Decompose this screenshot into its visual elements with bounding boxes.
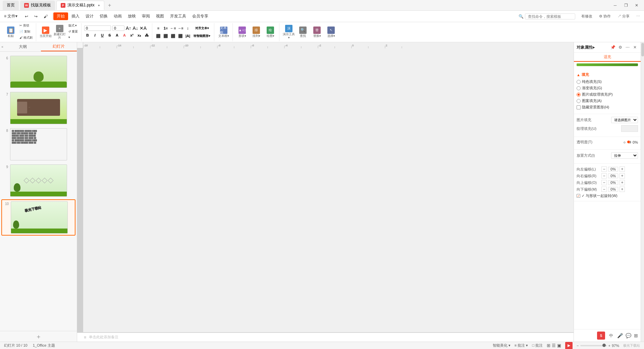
menu-design[interactable]: 设计 — [83, 12, 96, 20]
number-list-button[interactable]: 1≡ — [162, 25, 169, 32]
panel-collapse-button[interactable]: « — [0, 42, 5, 51]
placement-select[interactable]: 拉伸 — [611, 152, 638, 159]
zoom-in-button[interactable]: + — [608, 344, 610, 348]
format-painter[interactable]: 🖌 — [41, 13, 50, 20]
tab-home[interactable]: 首页 — [3, 1, 19, 10]
shape-select[interactable]: ⁂ — [143, 32, 150, 39]
text-direction-button[interactable]: 转智能图形▾ — [192, 33, 212, 39]
radio-gradient[interactable] — [577, 86, 581, 90]
radio-pattern[interactable] — [577, 99, 581, 103]
col-spacing-button[interactable]: |A| — [184, 33, 191, 39]
play-button[interactable]: ▶ 当页开始 — [39, 24, 52, 40]
indent-right-button[interactable]: →≡ — [177, 25, 184, 32]
format-painter-button[interactable]: 🖌 格式刷 — [18, 36, 34, 41]
transparency-thumb[interactable] — [627, 140, 630, 144]
shadow-button[interactable]: A — [114, 32, 120, 39]
tab-outline[interactable]: 大纲 — [5, 42, 41, 51]
input-icon[interactable]: 中 — [608, 332, 614, 339]
menu-vip[interactable]: 会员专享 — [190, 12, 211, 20]
bold-button[interactable]: B — [84, 32, 91, 39]
texture-preview[interactable] — [621, 125, 638, 132]
view-grid-icon[interactable]: ▣ — [557, 343, 561, 348]
hide-bg-checkbox[interactable] — [577, 105, 581, 109]
grid-icon[interactable]: ⊞ — [634, 333, 638, 338]
hide-bg-option[interactable]: 隐藏背景图形(H) — [577, 105, 638, 110]
restore-button[interactable]: ❐ — [621, 2, 631, 9]
section-button[interactable]: ▾ — [67, 36, 79, 41]
fill-tab[interactable]: 适充 — [574, 53, 641, 62]
menu-slideshow[interactable]: 放映 — [125, 12, 139, 20]
tab-document[interactable]: P 演示文稿1.pptx ● — [56, 1, 104, 10]
annotation-button[interactable]: ≡ 批注 ▾ — [515, 343, 528, 348]
comment-button[interactable]: □ 批注 — [532, 343, 543, 348]
menu-file[interactable]: ≡ 文件▾ — [1, 12, 20, 20]
option-solid[interactable]: 纯色填充(S) — [577, 79, 638, 84]
align-text-dropdown[interactable]: 对齐文本▾ — [192, 25, 212, 32]
mic-icon[interactable]: 🎤 — [617, 333, 623, 338]
slide-item-6[interactable]: 6 ··· ··· — [1, 54, 75, 89]
image-fill-select[interactable]: 请选择图片 — [611, 117, 638, 123]
panel-pin-icon[interactable]: 📌 — [610, 44, 616, 50]
chat-icon[interactable]: 💬 — [626, 333, 631, 338]
radio-picture[interactable] — [577, 93, 581, 97]
reset-button[interactable]: ↺ 重置 — [67, 30, 79, 35]
strikethrough-button[interactable]: S — [106, 32, 113, 39]
play-presentation-button[interactable]: ▶ — [565, 342, 573, 349]
panel-more-icon[interactable]: ⋯ — [625, 44, 631, 50]
view-normal-icon[interactable]: ⊞ — [547, 343, 550, 348]
offset-left-minus[interactable]: − — [601, 166, 607, 172]
scrollbar-thumb[interactable] — [641, 43, 644, 56]
underline-button[interactable]: U — [99, 32, 106, 39]
align-justify-button[interactable]: ⬛ — [177, 33, 184, 39]
replace-button[interactable]: 替 替换▾ — [310, 24, 324, 40]
align-center-button[interactable]: ⬛ — [162, 33, 169, 39]
minimize-button[interactable]: ─ — [610, 2, 620, 9]
option-gradient[interactable]: 渐变填充(G) — [577, 86, 638, 91]
more-button[interactable]: ⋯ — [634, 13, 643, 19]
sogou-icon[interactable]: S — [597, 332, 605, 340]
font-name-input[interactable] — [84, 26, 111, 31]
search-input[interactable] — [525, 13, 575, 19]
offset-right-minus[interactable]: − — [601, 173, 607, 179]
undo-button[interactable]: ↩ — [22, 13, 31, 20]
rotate-with-shape-checkbox[interactable] — [577, 194, 580, 198]
redo-button[interactable]: ↪ — [32, 13, 40, 20]
color-button[interactable]: A — [121, 32, 128, 39]
indent-left-button[interactable]: ←≡ — [170, 25, 176, 32]
font-decrease-button[interactable]: A↓ — [132, 26, 138, 31]
italic-button[interactable]: I — [92, 32, 98, 39]
tab-slides[interactable]: 幻灯片 — [41, 42, 77, 51]
superscript-button[interactable]: x² — [128, 32, 135, 39]
align-left-button[interactable]: ⬛ — [155, 33, 162, 39]
option-picture[interactable]: 图片或纹理填充(P) — [577, 92, 638, 97]
zoom-out-button[interactable]: − — [577, 344, 579, 348]
slide-item-8[interactable]: 8 ██ ████████ ██████ ████ ████ ███ █████… — [1, 127, 75, 162]
line-spacing-button[interactable]: ↕ — [184, 25, 191, 32]
radio-solid[interactable] — [577, 80, 581, 84]
present-tools-button[interactable]: 演 演示工具▾ — [282, 24, 296, 40]
bullet-list-button[interactable]: ≡ — [155, 25, 162, 32]
cut-button[interactable]: ✂ 剪切 — [18, 23, 34, 29]
menu-dev[interactable]: 开发工具 — [167, 12, 189, 20]
right-scrollbar[interactable] — [641, 42, 644, 342]
new-slide-button[interactable]: ＋ 新建幻灯片 — [53, 24, 66, 40]
arrange-button[interactable]: 排 排列▾ — [250, 24, 263, 40]
zoom-value[interactable]: 97% — [612, 344, 619, 348]
font-size-input[interactable] — [112, 26, 124, 31]
share-button[interactable]: ↗ 分享 — [615, 13, 632, 20]
menu-transition[interactable]: 切换 — [97, 12, 110, 20]
offset-right-plus[interactable]: + — [620, 173, 625, 179]
subscript-button[interactable]: x₂ — [136, 32, 143, 39]
menu-begin[interactable]: 开始 — [53, 12, 68, 20]
shape-button[interactable]: ▲○□ 形状▾ — [235, 24, 249, 40]
clear-format-button[interactable]: ✕A — [140, 26, 147, 31]
slide-item-9[interactable]: 9 — [1, 163, 75, 198]
find-button[interactable]: 🔍 查找 — [296, 24, 310, 40]
align-right-button[interactable]: ⬛ — [170, 33, 176, 39]
layout-button[interactable]: 版式 ▾ — [67, 23, 79, 29]
menu-animation[interactable]: 动画 — [111, 12, 124, 20]
new-tab-button[interactable]: + — [106, 1, 114, 9]
font-increase-button[interactable]: A↑ — [126, 26, 131, 31]
view-list-icon[interactable]: ☰ — [552, 343, 556, 348]
add-slide-button[interactable]: ＋ — [0, 331, 77, 342]
